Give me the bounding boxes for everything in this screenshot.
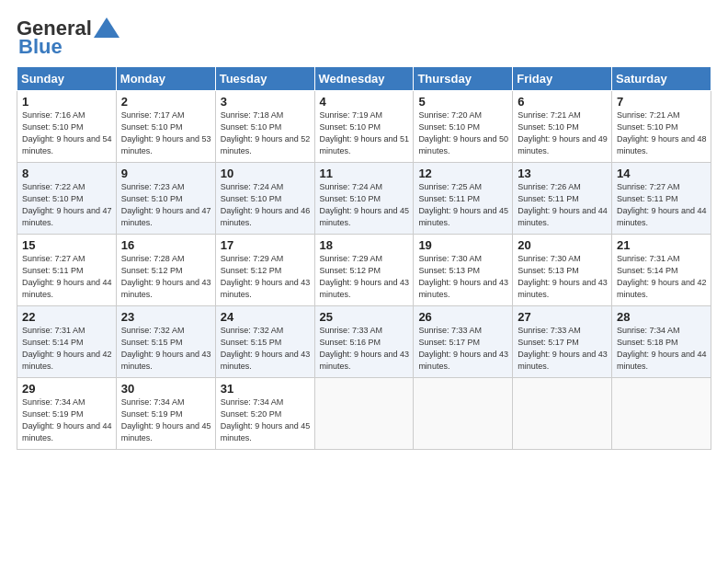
header: General Blue xyxy=(17,17,711,59)
logo: General Blue xyxy=(17,17,119,59)
day-of-week-header: Saturday xyxy=(612,67,711,91)
calendar-week-row: 22Sunrise: 7:31 AMSunset: 5:14 PMDayligh… xyxy=(17,306,711,378)
day-info: Sunrise: 7:22 AMSunset: 5:10 PMDaylight:… xyxy=(22,182,112,227)
svg-marker-0 xyxy=(94,17,119,38)
day-info: Sunrise: 7:30 AMSunset: 5:13 PMDaylight:… xyxy=(518,254,608,299)
day-info: Sunrise: 7:31 AMSunset: 5:14 PMDaylight:… xyxy=(617,254,707,299)
calendar-day-cell: 28Sunrise: 7:34 AMSunset: 5:18 PMDayligh… xyxy=(612,306,711,378)
day-info: Sunrise: 7:34 AMSunset: 5:19 PMDaylight:… xyxy=(22,397,112,442)
day-info: Sunrise: 7:32 AMSunset: 5:15 PMDaylight:… xyxy=(121,326,211,371)
day-info: Sunrise: 7:27 AMSunset: 5:11 PMDaylight:… xyxy=(617,182,707,227)
day-number: 1 xyxy=(22,95,112,109)
day-info: Sunrise: 7:19 AMSunset: 5:10 PMDaylight:… xyxy=(320,110,410,155)
day-number: 8 xyxy=(22,167,112,180)
calendar-day-cell: 18Sunrise: 7:29 AMSunset: 5:12 PMDayligh… xyxy=(314,235,414,306)
day-number: 22 xyxy=(22,310,112,324)
calendar-day-cell: 10Sunrise: 7:24 AMSunset: 5:10 PMDayligh… xyxy=(215,163,314,235)
day-of-week-header: Sunday xyxy=(17,67,117,91)
day-number: 25 xyxy=(320,310,410,324)
day-info: Sunrise: 7:29 AMSunset: 5:12 PMDaylight:… xyxy=(221,254,311,299)
day-of-week-header: Monday xyxy=(116,67,215,91)
day-number: 27 xyxy=(518,310,608,324)
calendar: SundayMondayTuesdayWednesdayThursdayFrid… xyxy=(17,66,711,450)
day-number: 10 xyxy=(221,167,311,180)
day-info: Sunrise: 7:25 AMSunset: 5:11 PMDaylight:… xyxy=(418,182,508,227)
day-number: 11 xyxy=(320,167,410,180)
day-info: Sunrise: 7:33 AMSunset: 5:17 PMDaylight:… xyxy=(518,326,608,371)
calendar-week-row: 1Sunrise: 7:16 AMSunset: 5:10 PMDaylight… xyxy=(17,91,711,163)
calendar-day-cell: 25Sunrise: 7:33 AMSunset: 5:16 PMDayligh… xyxy=(314,306,414,378)
calendar-day-cell xyxy=(414,378,513,450)
day-of-week-header: Thursday xyxy=(414,67,513,91)
calendar-day-cell: 19Sunrise: 7:30 AMSunset: 5:13 PMDayligh… xyxy=(414,235,513,306)
calendar-day-cell: 9Sunrise: 7:23 AMSunset: 5:10 PMDaylight… xyxy=(116,163,215,235)
day-number: 17 xyxy=(221,238,311,252)
day-number: 31 xyxy=(221,382,311,396)
calendar-day-cell: 24Sunrise: 7:32 AMSunset: 5:15 PMDayligh… xyxy=(215,306,314,378)
day-info: Sunrise: 7:33 AMSunset: 5:16 PMDaylight:… xyxy=(320,326,410,371)
day-number: 18 xyxy=(320,238,410,252)
day-of-week-header: Tuesday xyxy=(215,67,314,91)
day-number: 26 xyxy=(418,310,508,324)
calendar-day-cell: 12Sunrise: 7:25 AMSunset: 5:11 PMDayligh… xyxy=(414,163,513,235)
calendar-day-cell: 11Sunrise: 7:24 AMSunset: 5:10 PMDayligh… xyxy=(314,163,414,235)
day-info: Sunrise: 7:21 AMSunset: 5:10 PMDaylight:… xyxy=(617,110,707,155)
page: General Blue SundayMondayTuesdayWednesda… xyxy=(0,0,728,563)
calendar-day-cell xyxy=(314,378,414,450)
calendar-day-cell: 15Sunrise: 7:27 AMSunset: 5:11 PMDayligh… xyxy=(17,235,117,306)
day-number: 23 xyxy=(121,310,211,324)
day-number: 3 xyxy=(221,95,311,109)
calendar-day-cell: 2Sunrise: 7:17 AMSunset: 5:10 PMDaylight… xyxy=(116,91,215,163)
calendar-day-cell: 4Sunrise: 7:19 AMSunset: 5:10 PMDaylight… xyxy=(314,91,414,163)
day-info: Sunrise: 7:32 AMSunset: 5:15 PMDaylight:… xyxy=(221,326,311,371)
day-info: Sunrise: 7:23 AMSunset: 5:10 PMDaylight:… xyxy=(121,182,211,227)
calendar-day-cell: 20Sunrise: 7:30 AMSunset: 5:13 PMDayligh… xyxy=(513,235,612,306)
calendar-week-row: 15Sunrise: 7:27 AMSunset: 5:11 PMDayligh… xyxy=(17,235,711,306)
day-info: Sunrise: 7:21 AMSunset: 5:10 PMDaylight:… xyxy=(518,110,608,155)
calendar-day-cell: 13Sunrise: 7:26 AMSunset: 5:11 PMDayligh… xyxy=(513,163,612,235)
day-number: 12 xyxy=(418,167,508,180)
calendar-day-cell: 26Sunrise: 7:33 AMSunset: 5:17 PMDayligh… xyxy=(414,306,513,378)
day-number: 28 xyxy=(617,310,707,324)
day-info: Sunrise: 7:28 AMSunset: 5:12 PMDaylight:… xyxy=(121,254,211,299)
calendar-day-cell: 6Sunrise: 7:21 AMSunset: 5:10 PMDaylight… xyxy=(513,91,612,163)
calendar-day-cell: 27Sunrise: 7:33 AMSunset: 5:17 PMDayligh… xyxy=(513,306,612,378)
logo-blue: Blue xyxy=(17,35,63,59)
calendar-week-row: 29Sunrise: 7:34 AMSunset: 5:19 PMDayligh… xyxy=(17,378,711,450)
calendar-day-cell: 23Sunrise: 7:32 AMSunset: 5:15 PMDayligh… xyxy=(116,306,215,378)
day-number: 14 xyxy=(617,167,707,180)
day-number: 6 xyxy=(518,95,608,109)
day-info: Sunrise: 7:34 AMSunset: 5:19 PMDaylight:… xyxy=(121,397,211,442)
calendar-day-cell: 1Sunrise: 7:16 AMSunset: 5:10 PMDaylight… xyxy=(17,91,117,163)
logo-icon xyxy=(94,17,119,38)
calendar-header-row: SundayMondayTuesdayWednesdayThursdayFrid… xyxy=(17,67,711,91)
calendar-day-cell: 3Sunrise: 7:18 AMSunset: 5:10 PMDaylight… xyxy=(215,91,314,163)
calendar-day-cell: 22Sunrise: 7:31 AMSunset: 5:14 PMDayligh… xyxy=(17,306,117,378)
day-number: 5 xyxy=(418,95,508,109)
day-number: 15 xyxy=(22,238,112,252)
day-number: 19 xyxy=(418,238,508,252)
day-info: Sunrise: 7:34 AMSunset: 5:20 PMDaylight:… xyxy=(221,397,311,442)
day-number: 13 xyxy=(518,167,608,180)
calendar-day-cell: 7Sunrise: 7:21 AMSunset: 5:10 PMDaylight… xyxy=(612,91,711,163)
day-info: Sunrise: 7:24 AMSunset: 5:10 PMDaylight:… xyxy=(320,182,410,227)
day-number: 7 xyxy=(617,95,707,109)
day-info: Sunrise: 7:26 AMSunset: 5:11 PMDaylight:… xyxy=(518,182,608,227)
day-number: 2 xyxy=(121,95,211,109)
day-info: Sunrise: 7:29 AMSunset: 5:12 PMDaylight:… xyxy=(320,254,410,299)
day-info: Sunrise: 7:30 AMSunset: 5:13 PMDaylight:… xyxy=(418,254,508,299)
day-info: Sunrise: 7:18 AMSunset: 5:10 PMDaylight:… xyxy=(221,110,311,155)
day-number: 16 xyxy=(121,238,211,252)
calendar-day-cell: 17Sunrise: 7:29 AMSunset: 5:12 PMDayligh… xyxy=(215,235,314,306)
day-number: 20 xyxy=(518,238,608,252)
calendar-day-cell xyxy=(513,378,612,450)
calendar-week-row: 8Sunrise: 7:22 AMSunset: 5:10 PMDaylight… xyxy=(17,163,711,235)
calendar-day-cell xyxy=(612,378,711,450)
day-number: 24 xyxy=(221,310,311,324)
day-info: Sunrise: 7:24 AMSunset: 5:10 PMDaylight:… xyxy=(221,182,311,227)
day-info: Sunrise: 7:34 AMSunset: 5:18 PMDaylight:… xyxy=(617,326,707,371)
day-info: Sunrise: 7:16 AMSunset: 5:10 PMDaylight:… xyxy=(22,110,112,155)
day-number: 4 xyxy=(320,95,410,109)
day-info: Sunrise: 7:31 AMSunset: 5:14 PMDaylight:… xyxy=(22,326,112,371)
day-number: 29 xyxy=(22,382,112,396)
